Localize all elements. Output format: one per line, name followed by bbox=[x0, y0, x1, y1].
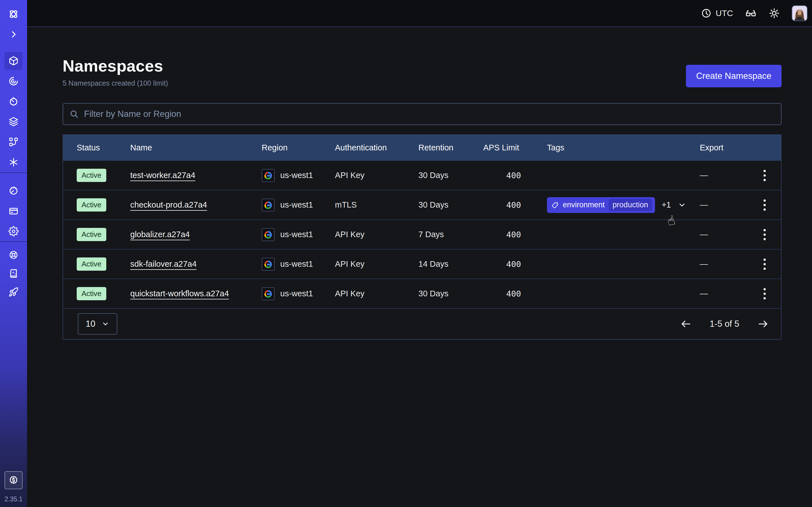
col-header-region: Region bbox=[262, 143, 335, 152]
sidebar-divider bbox=[0, 241, 27, 242]
status-badge: Active bbox=[77, 258, 106, 271]
rocket-icon bbox=[8, 287, 18, 297]
col-header-authentication: Authentication bbox=[335, 143, 418, 152]
tag-key: environment bbox=[563, 201, 605, 209]
region-label: us-west1 bbox=[280, 200, 313, 210]
export-value: — bbox=[700, 260, 757, 269]
table-header-row: Status Name Region Authentication Retent… bbox=[63, 135, 781, 160]
previous-page-button[interactable] bbox=[680, 318, 692, 330]
region-label: us-west1 bbox=[280, 230, 313, 239]
spiral-target-icon bbox=[8, 76, 18, 86]
page-header: Namespaces 5 Namespaces created (100 lim… bbox=[63, 56, 781, 87]
region-label: us-west1 bbox=[280, 289, 313, 298]
glasses-icon bbox=[745, 7, 757, 19]
timer-icon bbox=[8, 96, 18, 107]
tags-more-count: +1 bbox=[662, 200, 671, 210]
auth-value: API Key bbox=[335, 230, 418, 239]
sidebar-item-deployments[interactable] bbox=[0, 112, 27, 132]
sidebar-item-workflows[interactable] bbox=[0, 71, 27, 91]
retention-value: 14 Days bbox=[418, 260, 483, 269]
row-menu-button[interactable] bbox=[759, 256, 770, 272]
sidebar-expand-chevron-icon[interactable] bbox=[0, 24, 27, 45]
sidebar-item-nexus[interactable] bbox=[0, 152, 27, 172]
labs-glasses-toggle[interactable] bbox=[745, 7, 757, 19]
retention-value: 30 Days bbox=[418, 171, 483, 180]
search-icon bbox=[69, 109, 79, 119]
gauge-icon bbox=[8, 186, 18, 196]
next-page-button[interactable] bbox=[757, 318, 769, 330]
status-badge: Active bbox=[77, 198, 106, 212]
user-avatar[interactable] bbox=[792, 5, 808, 21]
asterisk-icon bbox=[8, 157, 18, 167]
table-row: Active globalizer.a27a4 us-west1 API Key… bbox=[63, 219, 781, 249]
tag-chip[interactable]: environment production bbox=[547, 197, 655, 213]
sidebar-item-namespaces[interactable] bbox=[0, 51, 27, 71]
table-row: Active checkout-prod.a27a4 us-west1 mTLS… bbox=[63, 190, 781, 219]
gcp-cloud-icon bbox=[262, 287, 274, 300]
namespace-link[interactable]: checkout-prod.a27a4 bbox=[130, 200, 207, 210]
gear-icon bbox=[8, 226, 18, 236]
layers-icon bbox=[8, 117, 18, 127]
lifebuoy-icon bbox=[8, 250, 18, 260]
sidebar-item-getting-started[interactable] bbox=[0, 283, 27, 301]
retention-value: 7 Days bbox=[418, 230, 483, 239]
filter-search-input[interactable] bbox=[84, 109, 775, 119]
temporal-logo-icon[interactable] bbox=[0, 4, 27, 24]
col-header-status: Status bbox=[77, 143, 130, 152]
namespace-link[interactable]: quickstart-workflows.a27a4 bbox=[130, 289, 229, 298]
timezone-label: UTC bbox=[716, 8, 733, 18]
retention-value: 30 Days bbox=[418, 200, 483, 210]
sidebar-divider bbox=[0, 172, 27, 173]
sidebar-item-usage[interactable] bbox=[0, 180, 27, 201]
timezone-selector[interactable]: UTC bbox=[701, 8, 733, 18]
credit-card-icon bbox=[8, 206, 18, 216]
page-size-value: 10 bbox=[86, 319, 95, 329]
main-content: Namespaces 5 Namespaces created (100 lim… bbox=[27, 27, 812, 507]
sidebar: 2.35.1 bbox=[0, 0, 27, 507]
dollar-badge-icon bbox=[8, 475, 19, 486]
status-badge: Active bbox=[77, 228, 106, 241]
credits-button[interactable] bbox=[4, 471, 22, 489]
col-header-export: Export bbox=[700, 143, 757, 152]
namespace-link[interactable]: globalizer.a27a4 bbox=[130, 230, 190, 239]
tag-value: production bbox=[609, 199, 652, 211]
workflow-branch-icon bbox=[8, 137, 18, 147]
sidebar-item-batch-operations[interactable] bbox=[0, 132, 27, 152]
status-badge: Active bbox=[77, 169, 106, 182]
gcp-cloud-icon bbox=[262, 228, 274, 241]
pagination-controls: 1-5 of 5 bbox=[680, 318, 769, 330]
auth-value: API Key bbox=[335, 289, 418, 298]
page-size-select[interactable]: 10 bbox=[78, 313, 117, 335]
pagination-range: 1-5 of 5 bbox=[710, 319, 739, 329]
clock-icon bbox=[701, 8, 712, 18]
cube-icon bbox=[4, 52, 22, 70]
row-menu-button[interactable] bbox=[759, 168, 770, 183]
create-namespace-button[interactable]: Create Namespace bbox=[686, 65, 781, 87]
namespace-link[interactable]: test-worker.a27a4 bbox=[130, 171, 195, 180]
export-value: — bbox=[700, 171, 757, 180]
col-header-aps-limit: APS Limit bbox=[483, 143, 547, 152]
sidebar-item-support[interactable] bbox=[0, 245, 27, 264]
sidebar-item-billing[interactable] bbox=[0, 201, 27, 221]
aps-limit-value: 400 bbox=[483, 200, 547, 210]
aps-limit-value: 400 bbox=[483, 171, 547, 180]
filter-search-box[interactable] bbox=[63, 103, 781, 125]
row-menu-button[interactable] bbox=[759, 197, 770, 213]
sidebar-item-schedules[interactable] bbox=[0, 91, 27, 112]
col-header-retention: Retention bbox=[418, 143, 483, 152]
table-row: Active sdk-failover.a27a4 us-west1 API K… bbox=[63, 249, 781, 279]
tags-expand-chevron-icon[interactable] bbox=[678, 201, 686, 209]
auth-value: API Key bbox=[335, 171, 418, 180]
sidebar-item-docs[interactable] bbox=[0, 264, 27, 283]
row-menu-button[interactable] bbox=[759, 227, 770, 242]
theme-toggle[interactable] bbox=[769, 8, 780, 19]
tag-icon bbox=[552, 202, 559, 209]
gcp-cloud-icon bbox=[262, 169, 274, 182]
row-menu-button[interactable] bbox=[759, 286, 770, 302]
sidebar-item-settings[interactable] bbox=[0, 221, 27, 241]
export-value: — bbox=[700, 230, 757, 239]
namespace-link[interactable]: sdk-failover.a27a4 bbox=[130, 260, 197, 269]
col-header-name: Name bbox=[130, 143, 262, 152]
region-label: us-west1 bbox=[280, 171, 313, 180]
auth-value: API Key bbox=[335, 260, 418, 269]
